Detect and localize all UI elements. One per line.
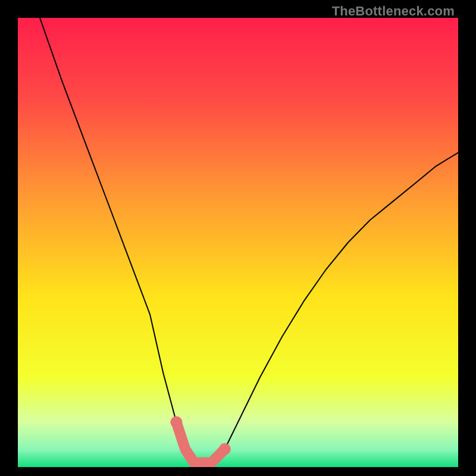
- watermark-label: TheBottleneck.com: [332, 4, 455, 19]
- plot-area: [18, 18, 458, 467]
- chart-frame: TheBottleneck.com: [0, 0, 476, 476]
- bottleneck-chart: [18, 18, 458, 467]
- optimum-endpoint: [170, 416, 182, 428]
- optimum-endpoint: [219, 443, 231, 455]
- svg-rect-0: [18, 18, 458, 467]
